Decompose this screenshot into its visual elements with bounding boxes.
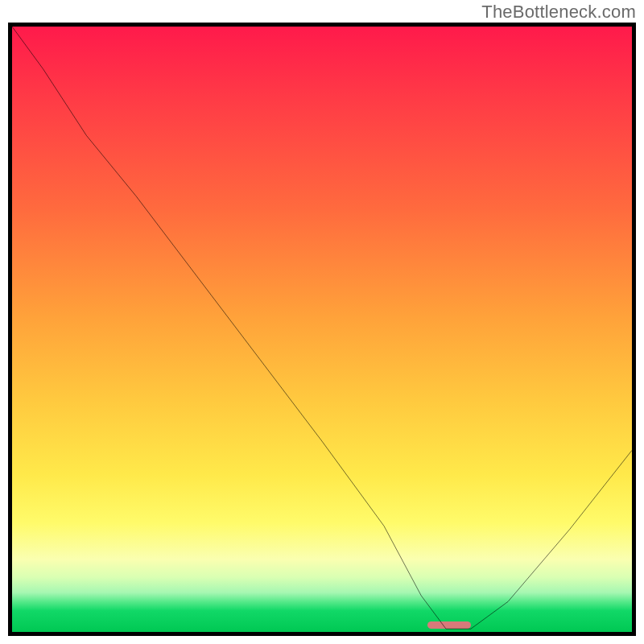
curve-path <box>12 27 632 629</box>
watermark-text: TheBottleneck.com <box>481 2 636 23</box>
bottleneck-curve <box>12 27 632 632</box>
chart-plot-area <box>8 23 636 636</box>
